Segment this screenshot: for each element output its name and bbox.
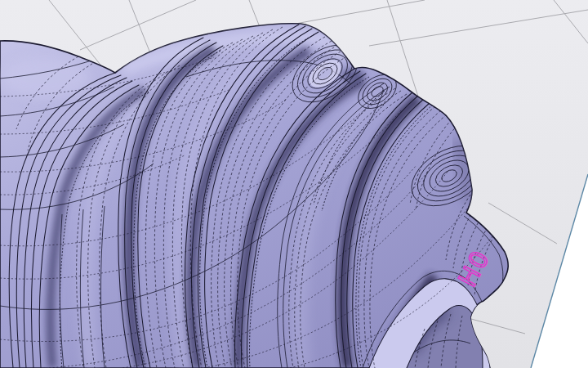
cad-viewport[interactable]: H0 xyxy=(0,0,588,368)
scene: H0 xyxy=(0,0,588,368)
